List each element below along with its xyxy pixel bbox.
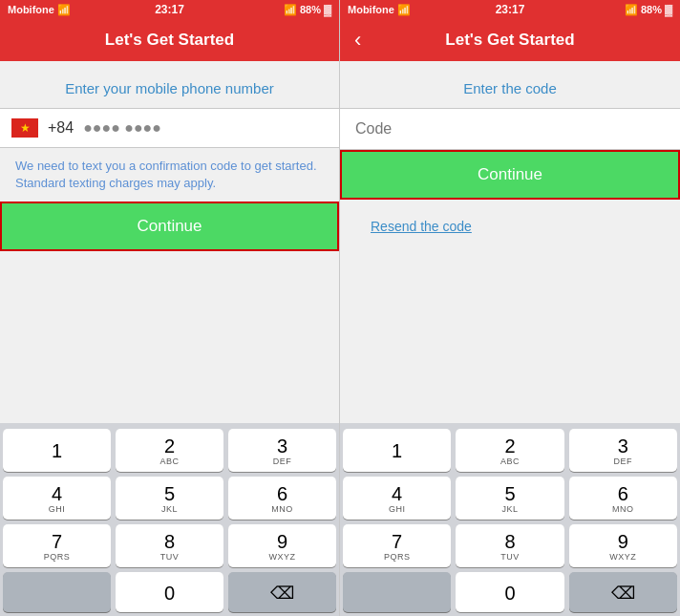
battery-percent-left: 88%: [300, 4, 321, 15]
battery-percent-right: 88%: [641, 4, 662, 15]
phone-input-row[interactable]: ★ +84 ●●●● ●●●●: [0, 108, 339, 148]
keyboard-right: 1 2 ABC 3 DEF 4 GHI 5 JKL 6 MNO 7 PQRS: [340, 423, 680, 616]
signal-icon-left: 📶: [284, 4, 297, 16]
time-right: 23:17: [496, 3, 525, 16]
key-empty-right: [343, 572, 451, 612]
code-section-header: Enter the code: [340, 61, 680, 108]
code-content: Enter the code Continue Resend the code: [340, 61, 680, 423]
phone-section-header: Enter your mobile phone number: [0, 61, 339, 108]
key-6-left[interactable]: 6 MNO: [228, 477, 336, 520]
nav-title-right: Let's Get Started: [445, 31, 574, 50]
delete-icon-right: ⌫: [611, 583, 635, 604]
key-9-left[interactable]: 9 WXYZ: [228, 524, 336, 567]
key-5-right[interactable]: 5 JKL: [456, 477, 563, 520]
country-code: +84: [48, 119, 74, 137]
phone-screen: Mobifone 📶 23:17 📶 88% ▓ Let's Get Start…: [0, 0, 340, 616]
key-delete-left[interactable]: ⌫: [228, 572, 336, 612]
key-3-right[interactable]: 3 DEF: [569, 429, 677, 472]
phone-content: Enter your mobile phone number ★ +84 ●●●…: [0, 61, 339, 423]
code-input[interactable]: [355, 120, 665, 138]
battery-left: 📶 88% ▓: [284, 4, 331, 16]
spacer-left: [0, 251, 339, 423]
key-6-right[interactable]: 6 MNO: [569, 477, 677, 520]
carrier-signal-left: Mobifone 📶: [8, 4, 71, 16]
key-8-left[interactable]: 8 TUV: [116, 524, 223, 567]
signal-icon-right: 📶: [625, 4, 638, 16]
key-5-left[interactable]: 5 JKL: [116, 477, 223, 520]
nav-bar-left: Let's Get Started: [0, 19, 339, 61]
status-bar-left: Mobifone 📶 23:17 📶 88% ▓: [0, 0, 339, 19]
battery-icon-right: ▓: [665, 4, 672, 15]
delete-icon-left: ⌫: [270, 583, 294, 604]
code-screen: Mobifone 📶 23:17 📶 88% ▓ ‹ Let's Get Sta…: [340, 0, 680, 616]
key-0-left[interactable]: 0: [116, 572, 223, 612]
nav-title-left: Let's Get Started: [105, 31, 234, 50]
key-7-left[interactable]: 7 PQRS: [3, 524, 111, 567]
resend-code-link[interactable]: Resend the code: [355, 207, 487, 245]
key-1-right[interactable]: 1: [343, 429, 451, 472]
keyboard-left: 1 2 ABC 3 DEF 4 GHI 5 JKL 6 MNO 7 PQRS: [0, 423, 339, 616]
wifi-icon-right: 📶: [397, 4, 411, 16]
phone-continue-button[interactable]: Continue: [0, 202, 339, 251]
key-2-right[interactable]: 2 ABC: [456, 429, 563, 472]
nav-bar-right: ‹ Let's Get Started: [340, 19, 680, 61]
key-empty-left: [3, 572, 111, 612]
key-7-right[interactable]: 7 PQRS: [343, 524, 451, 567]
info-text: We need to text you a confirmation code …: [0, 148, 339, 202]
battery-icon-left: ▓: [324, 4, 331, 15]
carrier-name-left: Mobifone: [8, 4, 54, 15]
key-8-right[interactable]: 8 TUV: [456, 524, 563, 567]
key-4-right[interactable]: 4 GHI: [343, 477, 451, 520]
key-9-right[interactable]: 9 WXYZ: [569, 524, 677, 567]
code-input-row[interactable]: [340, 108, 680, 150]
key-0-right[interactable]: 0: [456, 572, 563, 612]
spacer-right: [340, 253, 680, 423]
flag-star: ★: [20, 122, 31, 134]
time-left: 23:17: [155, 3, 184, 16]
key-1-left[interactable]: 1: [3, 429, 111, 472]
carrier-signal-right: Mobifone 📶: [348, 4, 411, 16]
key-2-left[interactable]: 2 ABC: [116, 429, 223, 472]
code-continue-button[interactable]: Continue: [340, 150, 680, 200]
phone-number-display[interactable]: ●●●● ●●●●: [83, 119, 161, 137]
key-4-left[interactable]: 4 GHI: [3, 477, 111, 520]
vietnam-flag: ★: [11, 118, 38, 138]
back-button[interactable]: ‹: [350, 23, 366, 57]
carrier-name-right: Mobifone: [348, 4, 394, 15]
wifi-icon-left: 📶: [57, 4, 71, 16]
status-bar-right: Mobifone 📶 23:17 📶 88% ▓: [340, 0, 680, 19]
resend-container: Resend the code: [340, 200, 680, 253]
key-3-left[interactable]: 3 DEF: [228, 429, 336, 472]
key-delete-right[interactable]: ⌫: [569, 572, 677, 612]
battery-right: 📶 88% ▓: [625, 4, 672, 16]
